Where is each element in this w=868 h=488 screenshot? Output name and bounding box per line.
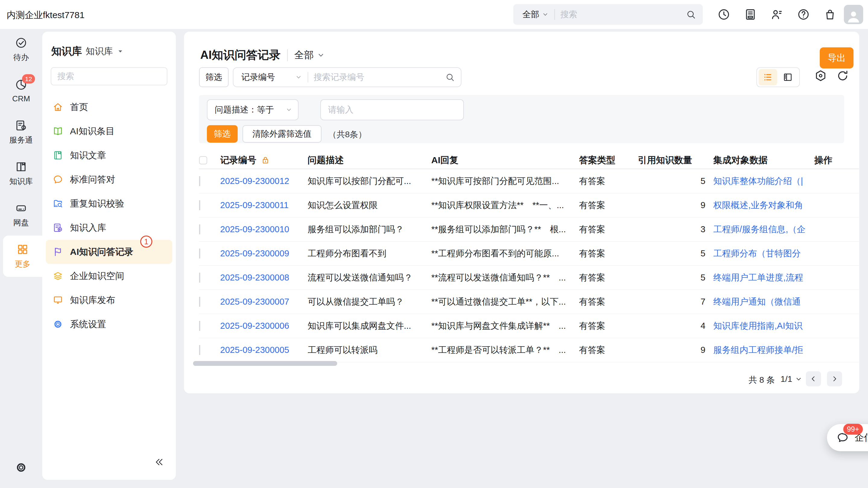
- apply-filter-button[interactable]: 筛选: [207, 125, 238, 143]
- col-answer-type[interactable]: 答案类型: [579, 154, 638, 166]
- sidebar-title[interactable]: 知识库 知识库: [51, 44, 167, 58]
- global-search[interactable]: 全部 搜索: [513, 4, 703, 25]
- sidebar-item-publish[interactable]: 知识库发布: [46, 288, 172, 312]
- integration-links[interactable]: 服务组内工程师接单/拒: [713, 344, 814, 356]
- row-checkbox[interactable]: [199, 297, 200, 307]
- next-page-button[interactable]: [827, 371, 842, 386]
- row-checkbox[interactable]: [199, 200, 200, 210]
- row-checkbox[interactable]: [199, 224, 200, 234]
- contacts-icon[interactable]: [770, 8, 783, 21]
- table-row[interactable]: 2025-09-2300009 工程师分布图看不到 **工程师分布图看不到的可能…: [199, 242, 859, 266]
- message-board-icon[interactable]: [744, 8, 757, 21]
- scrollbar-thumb[interactable]: [193, 361, 337, 366]
- record-id-link[interactable]: 2025-09-2300007: [220, 297, 308, 307]
- rail-item-todo[interactable]: 待办: [0, 29, 42, 70]
- rail-item-knowledgebase[interactable]: 知识库: [0, 153, 42, 194]
- filter-toggle-button[interactable]: 筛选: [199, 67, 228, 87]
- topbar-icons: [717, 8, 837, 21]
- export-button[interactable]: 导出: [820, 48, 854, 68]
- page-select[interactable]: 1/1: [780, 374, 803, 384]
- search-icon[interactable]: [686, 9, 696, 20]
- sidebar-item-ai-qa-records[interactable]: AI知识问答记录 1: [46, 240, 172, 264]
- crm-badge: 12: [22, 74, 35, 84]
- search-icon[interactable]: [445, 72, 455, 82]
- filter-value-input[interactable]: 请输入: [320, 99, 464, 120]
- row-checkbox[interactable]: [199, 273, 200, 283]
- record-id-link[interactable]: 2025-09-2300012: [220, 176, 308, 186]
- col-question[interactable]: 问题描述: [308, 154, 431, 166]
- integration-links[interactable]: 知识库使用指南,AI知识: [713, 320, 814, 332]
- row-checkbox[interactable]: [199, 321, 200, 331]
- bag-icon[interactable]: [824, 8, 837, 21]
- layers-icon: [53, 271, 63, 281]
- integration-links[interactable]: 工程师/服务组信息,（企: [713, 223, 814, 236]
- table-row[interactable]: 2025-09-2300007 可以从微信提交工单吗？ **可以通过微信提交工单…: [199, 290, 859, 314]
- search-field-select[interactable]: 记录编号: [241, 71, 275, 83]
- integration-links[interactable]: 权限概述,业务对象和角: [713, 200, 814, 211]
- item-count-badge: 1: [140, 236, 152, 248]
- qixin-chat-button[interactable]: 99+ 企信: [827, 424, 868, 451]
- record-id-link[interactable]: 2025-09-2300010: [220, 224, 308, 234]
- row-checkbox[interactable]: [199, 176, 200, 186]
- collapse-sidebar-icon[interactable]: [154, 457, 164, 467]
- filter-condition-select[interactable]: 问题描述：等于: [207, 99, 299, 120]
- rail-settings[interactable]: [0, 461, 42, 474]
- rail-item-service[interactable]: 服务通: [0, 112, 42, 153]
- board-view-button[interactable]: [778, 69, 797, 85]
- table-row[interactable]: 2025-09-2300011 知识怎么设置权限 **知识库权限设置方法** *…: [199, 193, 859, 217]
- col-ref-count[interactable]: 引用知识数量: [638, 154, 713, 166]
- clear-filters-button[interactable]: 清除外露筛选值: [243, 125, 321, 143]
- help-icon[interactable]: [797, 8, 810, 21]
- col-ai-reply[interactable]: AI回复: [431, 154, 579, 166]
- horizontal-scrollbar[interactable]: [193, 361, 859, 366]
- record-id-link[interactable]: 2025-09-2300006: [220, 321, 308, 331]
- rail-item-more[interactable]: 更多: [3, 236, 42, 277]
- record-search-combo[interactable]: 记录编号 搜索记录编号: [233, 67, 461, 87]
- prev-page-button[interactable]: [806, 371, 821, 386]
- chevron-down-icon: [295, 73, 302, 81]
- table-row[interactable]: 2025-09-2300012 知识库可以按部门分配可... **知识库可按部门…: [199, 169, 859, 193]
- record-id-link[interactable]: 2025-09-2300009: [220, 248, 308, 258]
- sidebar-item-settings[interactable]: 系统设置: [46, 312, 172, 336]
- record-id-link[interactable]: 2025-09-2300005: [220, 345, 308, 355]
- rail-item-netdisk[interactable]: 网盘: [0, 194, 42, 236]
- caret-down-icon[interactable]: [116, 48, 124, 55]
- search-scope[interactable]: 全部: [522, 9, 539, 20]
- record-id-link[interactable]: 2025-09-2300008: [220, 273, 308, 283]
- table-row[interactable]: 2025-09-2300005 工程师可以转派吗 **工程师是否可以转派工单？*…: [199, 338, 859, 362]
- integration-links[interactable]: 知识库整体功能介绍（|: [713, 175, 814, 187]
- question-cell: 知识怎么设置权限: [308, 200, 431, 211]
- table-row[interactable]: 2025-09-2300008 流程可以发送微信通知吗？ **流程可以发送微信通…: [199, 266, 859, 290]
- sidebar-item-qa-pairs[interactable]: 标准问答对: [46, 167, 172, 191]
- page-indicator: 1/1: [780, 374, 792, 384]
- sidebar-title-sub: 知识库: [86, 45, 113, 58]
- list-view-button[interactable]: [758, 69, 777, 85]
- integration-links[interactable]: 终端用户通知（微信通: [713, 296, 814, 308]
- col-integration[interactable]: 集成对象数据: [713, 154, 814, 166]
- col-actions: 操作: [814, 154, 859, 166]
- view-scope-dropdown[interactable]: 全部: [294, 49, 325, 62]
- col-record-id[interactable]: 记录编号: [220, 154, 308, 166]
- row-checkbox[interactable]: [199, 248, 200, 258]
- table-row[interactable]: 2025-09-2300010 服务组可以添加部门吗？ **服务组可以添加部门吗…: [199, 217, 859, 242]
- ref-count-cell: 5: [638, 273, 713, 283]
- clock-icon[interactable]: [717, 8, 731, 21]
- question-cell: 工程师可以转派吗: [308, 344, 431, 356]
- sidebar-item-home[interactable]: 首页: [46, 95, 172, 119]
- integration-links[interactable]: 终端用户工单进度,流程: [713, 272, 814, 284]
- table-row[interactable]: 2025-09-2300006 知识库可以集成网盘文件... **知识库与网盘文…: [199, 314, 859, 338]
- avatar[interactable]: [844, 5, 863, 24]
- sidebar-item-duplicate-check[interactable]: 重复知识校验: [46, 191, 172, 216]
- sidebar-item-ai-entries[interactable]: AI知识条目: [46, 119, 172, 143]
- select-all-checkbox[interactable]: [199, 156, 207, 164]
- rail-item-crm[interactable]: 12 CRM: [0, 70, 42, 112]
- integration-links[interactable]: 工程师分布（甘特图分: [713, 248, 814, 260]
- sidebar-item-intake[interactable]: 知识入库: [46, 216, 172, 240]
- row-checkbox[interactable]: [199, 345, 200, 355]
- view-settings-icon[interactable]: [814, 69, 827, 82]
- record-id-link[interactable]: 2025-09-2300011: [220, 200, 308, 210]
- sidebar-item-knowledge-space[interactable]: 企业知识空间: [46, 264, 172, 288]
- refresh-icon[interactable]: [836, 69, 849, 82]
- sidebar-item-articles[interactable]: 知识文章: [46, 143, 172, 167]
- sidebar-search-input[interactable]: 搜索: [51, 67, 167, 85]
